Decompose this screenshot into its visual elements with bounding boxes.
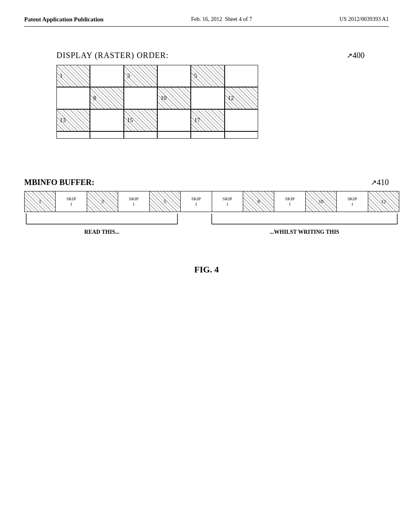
grid-cell-2-4: 10 bbox=[157, 87, 191, 109]
display-raster-label: DISPLAY (RASTER) ORDER: bbox=[56, 51, 169, 60]
grid-cell-2-1 bbox=[56, 87, 90, 109]
fig410-header: MBINFO BUFFER: ↗410 bbox=[24, 178, 389, 187]
buf-cell-3: 3 bbox=[87, 191, 118, 212]
whilst-writing-label: ...WHILST WRITING THIS bbox=[210, 229, 399, 236]
display-grid-wrapper: 1 3 5 8 10 12 13 15 17 bbox=[56, 65, 258, 154]
grid-cell-3-4 bbox=[157, 109, 191, 131]
fig410-arrow: ↗ bbox=[371, 179, 377, 187]
buf-cell-skip2: SKIP1 bbox=[118, 191, 149, 212]
fig410-ref: ↗410 bbox=[371, 178, 389, 187]
right-bracket: ...WHILST WRITING THIS bbox=[210, 212, 399, 236]
grid-cell-3-2 bbox=[90, 109, 123, 131]
grid-cell-1-1: 1 bbox=[56, 65, 90, 87]
grid-cell-2-6: 12 bbox=[225, 87, 258, 109]
grid-cell-4-5 bbox=[191, 131, 224, 139]
mbinfo-label: MBINFO BUFFER: bbox=[24, 178, 94, 187]
annotations: READ THIS... ...WHILST WRITING THIS bbox=[24, 212, 399, 252]
buf-cell-skip5: SKIP1 bbox=[274, 191, 305, 212]
grid-cell-2-5 bbox=[191, 87, 224, 109]
buf-cell-12: 12 bbox=[368, 191, 399, 212]
publication-date: Feb. 16, 2012 Sheet 4 of 7 bbox=[191, 16, 252, 23]
patent-number: US 2012/0039393 A1 bbox=[340, 16, 389, 23]
publication-title: Patent Application Publication bbox=[24, 16, 104, 23]
grid-cell-3-5: 17 bbox=[191, 109, 224, 131]
left-bracket-svg bbox=[24, 212, 179, 226]
buf-cell-1: 1 bbox=[25, 191, 56, 212]
buf-cell-10: 10 bbox=[306, 191, 337, 212]
buf-cell-skip3: SKIP1 bbox=[181, 191, 212, 212]
buf-cell-5: 5 bbox=[150, 191, 181, 212]
grid-cell-3-3: 15 bbox=[124, 109, 157, 131]
grid-cell-4-4 bbox=[157, 131, 191, 139]
grid-cell-4-2 bbox=[90, 131, 123, 139]
right-bracket-svg bbox=[210, 212, 399, 226]
page-header: Patent Application Publication Feb. 16, … bbox=[24, 16, 389, 27]
grid-cell-4-3 bbox=[124, 131, 157, 139]
grid-cell-2-3 bbox=[124, 87, 157, 109]
grid-cell-1-4 bbox=[157, 65, 191, 87]
grid-cell-4-1 bbox=[56, 131, 90, 139]
grid-cell-1-6 bbox=[225, 65, 258, 87]
left-bracket: READ THIS... bbox=[24, 212, 179, 236]
fig400-header: DISPLAY (RASTER) ORDER: ↗400 bbox=[24, 51, 389, 60]
grid-cell-1-5: 5 bbox=[191, 65, 224, 87]
grid-cell-1-2 bbox=[90, 65, 123, 87]
buf-cell-skip6: SKIP1 bbox=[337, 191, 368, 212]
buf-cell-skip4: SKIP1 bbox=[212, 191, 243, 212]
mbinfo-buffer: 1 SKIP1 3 SKIP1 5 SKIP1 SK bbox=[24, 191, 399, 212]
grid-cell-3-6 bbox=[225, 109, 258, 131]
buf-cell-skip1: SKIP1 bbox=[56, 191, 87, 212]
grid-cell-4-6 bbox=[225, 131, 258, 139]
grid-cell-2-2: 8 bbox=[90, 87, 123, 109]
fig-caption: FIG. 4 bbox=[24, 264, 389, 275]
grid-cell-3-1: 13 bbox=[56, 109, 90, 131]
read-this-label: READ THIS... bbox=[24, 229, 179, 236]
figure-410: MBINFO BUFFER: ↗410 1 SKIP1 3 SKIP1 bbox=[24, 178, 389, 252]
page: Patent Application Publication Feb. 16, … bbox=[0, 0, 413, 532]
fig400-ref: ↗400 bbox=[346, 51, 365, 60]
grid-cell-1-3: 3 bbox=[124, 65, 157, 87]
figure-400: DISPLAY (RASTER) ORDER: ↗400 1 3 5 8 10 bbox=[24, 51, 389, 154]
fig400-arrow: ↗ bbox=[346, 52, 353, 60]
display-grid: 1 3 5 8 10 12 13 15 17 bbox=[56, 65, 258, 154]
buf-cell-8: 8 bbox=[243, 191, 274, 212]
